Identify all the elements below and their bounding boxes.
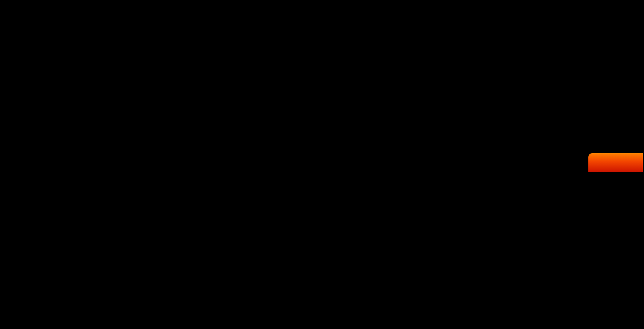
chart-canvas[interactable]	[0, 0, 644, 329]
main-indicator-header	[0, 0, 644, 6]
watermark-logo	[588, 153, 643, 172]
oscillator-indicator-header	[1, 168, 364, 173]
stock-chart-app	[0, 0, 644, 329]
